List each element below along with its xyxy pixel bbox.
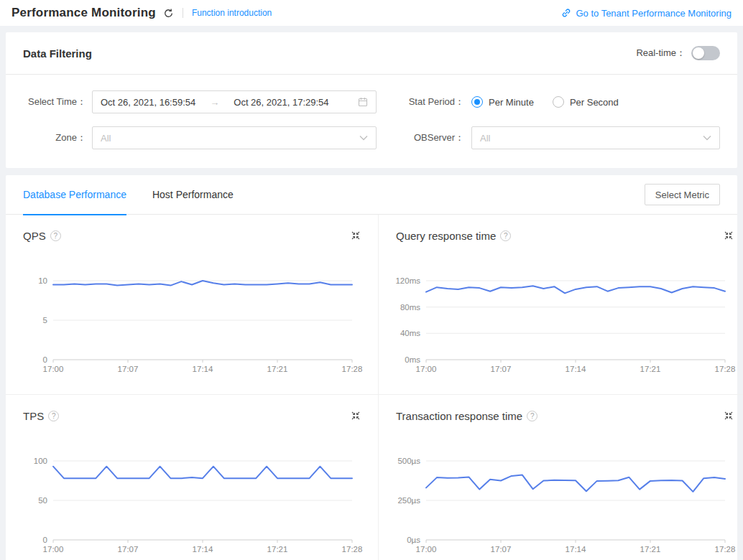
radio-per-second-label: Per Second: [570, 97, 619, 108]
svg-text:120ms: 120ms: [395, 276, 420, 285]
stat-period-radio-group: Per Minute Per Second: [471, 96, 619, 108]
radio-per-second[interactable]: Per Second: [553, 96, 619, 108]
charts-card: Database Performance Host Performance Se…: [6, 175, 737, 560]
fullscreen-icon[interactable]: [351, 411, 361, 421]
help-icon[interactable]: ?: [527, 411, 537, 421]
svg-text:17:21: 17:21: [640, 545, 661, 554]
calendar-icon[interactable]: [358, 97, 368, 107]
svg-text:17:14: 17:14: [193, 365, 213, 373]
realtime-label: Real-time：: [636, 47, 686, 60]
time-range-input[interactable]: Oct 26, 2021, 16:59:54 → Oct 26, 2021, 1…: [92, 90, 377, 113]
time-start-value: Oct 26, 2021, 16:59:54: [101, 97, 195, 108]
select-metric-button[interactable]: Select Metric: [645, 184, 720, 205]
chevron-down-icon: [359, 135, 368, 141]
link-icon: [561, 8, 571, 18]
svg-text:17:21: 17:21: [267, 545, 288, 554]
observer-select-value: All: [480, 133, 490, 144]
fullscreen-icon[interactable]: [724, 230, 734, 241]
svg-text:17:07: 17:07: [491, 545, 512, 554]
data-filtering-header: Data Filtering Real-time：: [6, 32, 737, 75]
chart-cell-tps: TPS ? 05010017:0017:0717:1417:2117:28: [6, 395, 379, 560]
svg-text:17:07: 17:07: [118, 545, 139, 554]
svg-text:0: 0: [43, 355, 47, 364]
svg-text:0µs: 0µs: [407, 536, 420, 544]
svg-text:17:00: 17:00: [416, 545, 437, 554]
help-icon[interactable]: ?: [50, 230, 61, 241]
svg-text:17:28: 17:28: [342, 545, 363, 554]
top-bar: Performance Monitoring Function introduc…: [0, 0, 743, 26]
svg-text:10: 10: [38, 276, 47, 285]
range-arrow-icon: →: [210, 97, 219, 108]
svg-text:0: 0: [43, 536, 47, 544]
chart-title-transaction-response-time: Transaction response time: [396, 410, 522, 422]
tab-database-performance[interactable]: Database Performance: [23, 175, 126, 215]
tab-host-performance[interactable]: Host Performance: [152, 175, 234, 215]
radio-per-minute-label: Per Minute: [489, 97, 534, 108]
select-time-label: Select Time：: [23, 95, 86, 108]
stat-period-label: Stat Period：: [398, 95, 464, 108]
zone-select-value: All: [101, 133, 111, 144]
tenant-performance-link-label: Go to Tenant Performance Monitoring: [576, 8, 732, 19]
svg-text:17:28: 17:28: [715, 365, 736, 373]
function-introduction-link[interactable]: Function introduction: [192, 8, 272, 18]
divider: [183, 8, 183, 18]
time-end-value: Oct 26, 2021, 17:29:54: [234, 97, 328, 108]
svg-text:17:00: 17:00: [416, 365, 437, 373]
filter-body: Select Time： Oct 26, 2021, 16:59:54 → Oc…: [6, 75, 737, 168]
zone-select[interactable]: All: [92, 126, 377, 149]
svg-text:17:07: 17:07: [491, 365, 512, 373]
data-filtering-card: Data Filtering Real-time： Select Time： O…: [6, 32, 737, 168]
svg-text:17:07: 17:07: [118, 365, 139, 373]
chart-title-query-response-time: Query response time: [396, 230, 496, 242]
svg-text:17:21: 17:21: [640, 365, 661, 373]
svg-text:80ms: 80ms: [400, 303, 420, 312]
svg-text:250µs: 250µs: [397, 496, 420, 505]
chart-cell-transaction-response-time: Transaction response time ? 0µs250µs500µ…: [379, 395, 743, 560]
observer-label: OBServer：: [398, 131, 464, 144]
svg-text:100: 100: [34, 457, 47, 465]
realtime-control: Real-time：: [636, 46, 720, 60]
svg-text:17:00: 17:00: [43, 365, 64, 373]
radio-dot: [553, 96, 564, 108]
data-filtering-title: Data Filtering: [23, 47, 92, 60]
help-icon[interactable]: ?: [48, 411, 59, 421]
svg-text:0ms: 0ms: [405, 355, 420, 364]
svg-text:17:14: 17:14: [566, 365, 586, 373]
chevron-down-icon: [703, 135, 711, 141]
radio-dot: [471, 96, 483, 108]
tab-bar: Database Performance Host Performance Se…: [6, 175, 737, 215]
refresh-icon[interactable]: [163, 8, 174, 19]
observer-select[interactable]: All: [471, 126, 720, 149]
chart-title-tps: TPS: [23, 410, 44, 422]
chart-title-qps: QPS: [23, 230, 46, 242]
svg-text:17:28: 17:28: [342, 365, 363, 373]
svg-text:40ms: 40ms: [400, 329, 420, 337]
svg-text:17:14: 17:14: [193, 545, 213, 554]
svg-text:17:21: 17:21: [267, 365, 288, 373]
zone-label: Zone：: [23, 131, 86, 144]
svg-text:500µs: 500µs: [397, 457, 420, 465]
fullscreen-icon[interactable]: [724, 411, 734, 421]
svg-text:5: 5: [43, 316, 47, 325]
fullscreen-icon[interactable]: [351, 230, 361, 241]
help-icon[interactable]: ?: [500, 230, 511, 241]
chart-grid: QPS ? 051017:0017:0717:1417:2117:28 Quer…: [6, 215, 737, 560]
svg-text:17:14: 17:14: [566, 545, 586, 554]
tenant-performance-link[interactable]: Go to Tenant Performance Monitoring: [561, 8, 732, 19]
svg-text:17:00: 17:00: [43, 545, 64, 554]
chart-cell-qps: QPS ? 051017:0017:0717:1417:2117:28: [6, 215, 379, 395]
page-title: Performance Monitoring: [11, 6, 156, 20]
svg-text:17:28: 17:28: [715, 545, 736, 554]
realtime-toggle[interactable]: [691, 46, 720, 60]
svg-text:50: 50: [38, 496, 47, 505]
chart-cell-query-response-time: Query response time ? 0ms40ms80ms120ms17…: [379, 215, 743, 395]
radio-per-minute[interactable]: Per Minute: [471, 96, 534, 108]
